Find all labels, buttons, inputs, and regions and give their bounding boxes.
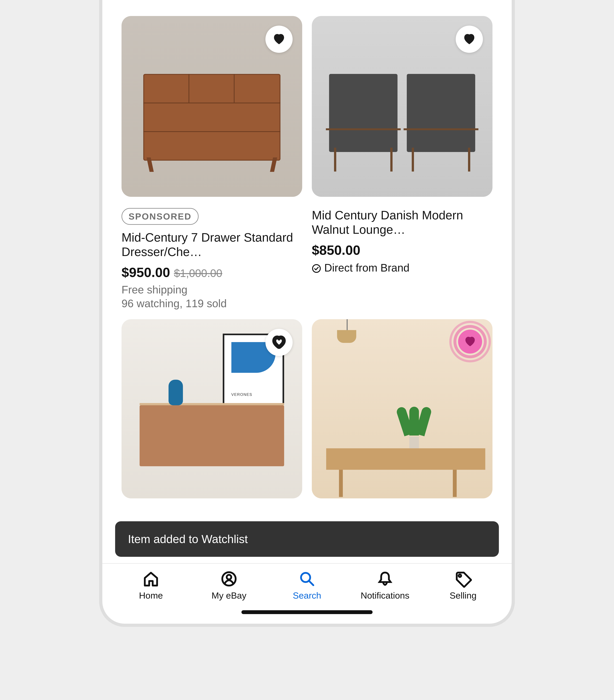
nav-search[interactable]: Search xyxy=(268,570,346,601)
nav-selling[interactable]: Selling xyxy=(424,570,502,601)
phone-frame: SPONSORED Mid-Century 7 Drawer Standard … xyxy=(99,0,515,627)
nav-notifications[interactable]: Notifications xyxy=(346,570,424,601)
svg-line-4 xyxy=(309,581,313,585)
check-circle-icon xyxy=(312,263,321,272)
nav-home[interactable]: Home xyxy=(112,570,190,601)
favorite-button[interactable] xyxy=(456,26,483,53)
product-price: $850.00 xyxy=(312,242,360,258)
toast-message: Item added to Watchlist xyxy=(128,533,248,546)
shipping-text: Free shipping xyxy=(121,283,302,296)
home-icon xyxy=(142,570,160,588)
search-results: SPONSORED Mid-Century 7 Drawer Standard … xyxy=(102,0,512,563)
product-card[interactable]: VERONES xyxy=(121,319,302,498)
toast-watchlist-added: Item added to Watchlist xyxy=(115,521,499,557)
heart-icon xyxy=(463,32,476,46)
product-price: $950.00 xyxy=(121,265,170,280)
direct-from-brand: Direct from Brand xyxy=(312,261,493,274)
product-image[interactable] xyxy=(121,16,302,197)
direct-from-brand-label: Direct from Brand xyxy=(324,261,409,274)
heart-icon xyxy=(272,335,286,349)
nav-label: Home xyxy=(139,590,163,601)
sponsored-badge: SPONSORED xyxy=(121,208,199,225)
nav-label: Selling xyxy=(450,590,476,601)
heart-icon xyxy=(272,32,286,46)
nav-label: Notifications xyxy=(361,590,409,601)
svg-point-0 xyxy=(312,265,320,272)
watch-sold-stats: 96 watching, 119 sold xyxy=(121,297,302,310)
svg-point-2 xyxy=(227,575,231,579)
product-card[interactable]: Mid Century Danish Modern Walnut Lounge…… xyxy=(312,16,493,310)
tag-icon xyxy=(454,570,472,588)
nav-my-ebay[interactable]: My eBay xyxy=(190,570,268,601)
svg-point-5 xyxy=(459,575,461,577)
product-image[interactable]: VERONES xyxy=(121,319,302,498)
product-original-price: $1,000.00 xyxy=(174,267,222,279)
product-title: Mid Century Danish Modern Walnut Lounge… xyxy=(312,208,493,237)
bell-icon xyxy=(376,570,394,588)
product-image[interactable] xyxy=(312,319,493,498)
favorite-button[interactable] xyxy=(266,26,293,53)
nav-label: My eBay xyxy=(212,590,246,601)
product-grid: SPONSORED Mid-Century 7 Drawer Standard … xyxy=(121,16,493,498)
bottom-nav: Home My eBay Search Notifications Sellin… xyxy=(102,563,512,602)
product-card[interactable]: SPONSORED Mid-Century 7 Drawer Standard … xyxy=(121,16,302,310)
nav-label: Search xyxy=(293,590,321,601)
product-image[interactable] xyxy=(312,16,493,197)
heart-icon xyxy=(464,335,476,348)
product-title: Mid-Century 7 Drawer Standard Dresser/Ch… xyxy=(121,230,302,259)
favorite-button[interactable] xyxy=(266,329,293,356)
poster-caption: VERONES xyxy=(231,392,276,397)
search-icon xyxy=(298,570,316,588)
home-indicator xyxy=(241,610,373,614)
product-card[interactable] xyxy=(312,319,493,498)
favorite-button-active[interactable] xyxy=(449,321,491,362)
user-circle-icon xyxy=(220,570,238,588)
